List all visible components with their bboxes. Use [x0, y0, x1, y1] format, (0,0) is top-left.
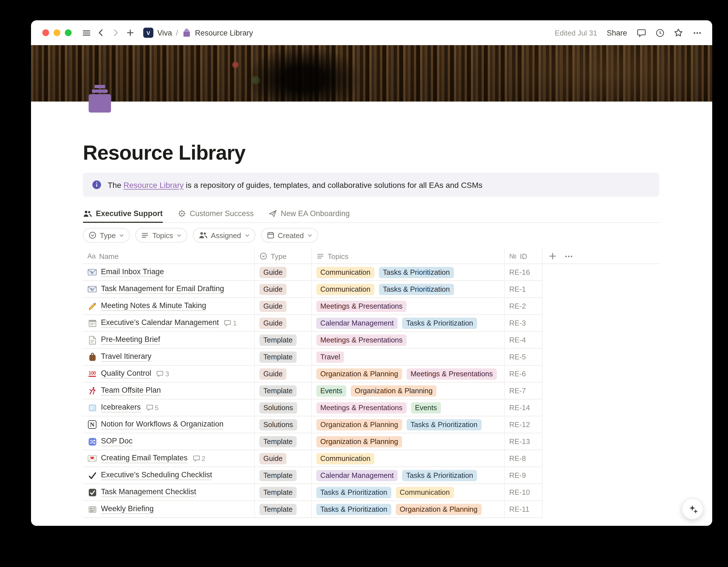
tag-tasks-prioritization[interactable]: Tasks & Prioritization [407, 419, 482, 430]
tag-template[interactable]: Template [259, 487, 297, 498]
tag-guide[interactable]: Guide [259, 317, 286, 329]
tag-tasks-prioritization[interactable]: Tasks & Prioritization [316, 487, 391, 498]
page-link[interactable]: Creating Email Templates [101, 454, 187, 463]
tag-template[interactable]: Template [259, 334, 297, 346]
page-link[interactable]: Email Inbox Triage [101, 267, 164, 277]
page-link[interactable]: Quality Control [101, 369, 151, 379]
tag-events[interactable]: Events [316, 385, 346, 396]
cell-type[interactable]: Guide [255, 315, 312, 331]
tag-organization-planning[interactable]: Organization & Planning [396, 504, 482, 515]
comment-badge[interactable]: 2 [193, 455, 205, 462]
cell-name[interactable]: 100 Quality Control 3 [83, 366, 255, 382]
cell-topics[interactable]: Organization & PlanningTasks & Prioritiz… [312, 416, 505, 433]
cell-name[interactable]: Email Inbox Triage [83, 264, 255, 280]
cell-name[interactable]: Team Offsite Plan [83, 383, 255, 399]
cell-id[interactable]: RE-6 [505, 366, 542, 382]
page-title[interactable]: Resource Library [83, 141, 659, 165]
breadcrumb-workspace[interactable]: Viva [157, 28, 172, 37]
cell-id[interactable]: RE-12 [505, 416, 542, 433]
cell-topics[interactable]: Tasks & PrioritizationCommunication [312, 484, 505, 500]
tag-events[interactable]: Events [411, 402, 441, 413]
cell-name[interactable]: N Notion for Workflows & Organization [83, 416, 255, 433]
cell-id[interactable]: RE-14 [505, 400, 542, 416]
cell-type[interactable]: Solutions [255, 416, 312, 433]
tag-communication[interactable]: Communication [316, 284, 374, 295]
comment-badge[interactable]: 1 [224, 319, 237, 327]
tag-tasks-prioritization[interactable]: Tasks & Prioritization [402, 317, 477, 329]
cell-id[interactable]: RE-10 [505, 484, 542, 500]
filter-assigned[interactable]: Assigned [193, 228, 255, 242]
tag-tasks-prioritization[interactable]: Tasks & Prioritization [402, 470, 477, 481]
tag-organization-planning[interactable]: Organization & Planning [351, 385, 436, 396]
cell-topics[interactable]: Meetings & Presentations [312, 298, 505, 314]
tag-organization-planning[interactable]: Organization & Planning [316, 419, 402, 430]
cell-name[interactable]: Pre-Meeting Brief [83, 332, 255, 348]
tag-solutions[interactable]: Solutions [259, 402, 297, 413]
history-icon[interactable] [652, 26, 667, 39]
cell-type[interactable]: Guide [255, 298, 312, 314]
filter-created[interactable]: Created [261, 228, 318, 242]
column-header-name[interactable]: AaName [83, 249, 255, 263]
cell-type[interactable]: Guide [255, 366, 312, 382]
cell-topics[interactable]: Calendar ManagementTasks & Prioritizatio… [312, 315, 505, 331]
minimize-window-button[interactable] [54, 29, 60, 36]
tag-calendar-management[interactable]: Calendar Management [316, 470, 398, 481]
cell-id[interactable]: RE-9 [505, 467, 542, 484]
favorite-icon[interactable] [671, 26, 686, 39]
more-options-icon[interactable] [690, 26, 704, 39]
comment-badge[interactable]: 5 [146, 404, 158, 412]
tag-tasks-prioritization[interactable]: Tasks & Prioritization [379, 284, 454, 295]
view-tab-new-ea-onboarding[interactable]: New EA Onboarding [268, 205, 350, 222]
cell-id[interactable]: RE-2 [505, 298, 542, 314]
view-tab-customer-success[interactable]: Customer Success [177, 205, 254, 222]
page-icon[interactable] [84, 83, 116, 114]
cell-topics[interactable]: Tasks & PrioritizationOrganization & Pla… [312, 501, 505, 517]
zoom-window-button[interactable] [65, 29, 72, 36]
tag-guide[interactable]: Guide [259, 453, 286, 464]
cell-id[interactable]: RE-7 [505, 383, 542, 399]
cell-topics[interactable]: CommunicationTasks & Prioritization [312, 264, 505, 280]
workspace-icon[interactable]: V [143, 28, 153, 38]
cell-id[interactable]: RE-1 [505, 281, 542, 297]
cell-id[interactable]: RE-5 [505, 349, 542, 365]
cell-name[interactable]: Meeting Notes & Minute Taking [83, 298, 255, 314]
tag-guide[interactable]: Guide [259, 368, 286, 380]
cell-topics[interactable]: Travel [312, 349, 505, 365]
cell-name[interactable]: SOP Doc [83, 433, 255, 450]
cell-type[interactable]: Template [255, 484, 312, 500]
page-link[interactable]: Travel Itinerary [101, 352, 151, 362]
cell-topics[interactable]: Meetings & Presentations [312, 332, 505, 348]
tag-template[interactable]: Template [259, 504, 297, 515]
cell-topics[interactable]: EventsOrganization & Planning [312, 383, 505, 399]
tag-communication[interactable]: Communication [396, 487, 454, 498]
view-tab-executive-support[interactable]: Executive Support [83, 205, 163, 222]
new-tab-icon[interactable] [123, 26, 138, 39]
cell-type[interactable]: Solutions [255, 400, 312, 416]
page-link[interactable]: Icebreakers [101, 403, 141, 413]
filter-topics[interactable]: Topics [135, 228, 187, 242]
cell-topics[interactable]: Organization & PlanningMeetings & Presen… [312, 366, 505, 382]
page-link[interactable]: Task Management Checklist [101, 487, 196, 497]
add-property-icon[interactable] [548, 251, 557, 260]
column-header-id[interactable]: №ID [505, 249, 542, 263]
tag-tasks-prioritization[interactable]: Tasks & Prioritization [316, 504, 391, 515]
filter-type[interactable]: Type [83, 228, 130, 242]
tag-organization-planning[interactable]: Organization & Planning [316, 368, 402, 380]
page-link[interactable]: Meeting Notes & Minute Taking [101, 301, 206, 311]
cell-type[interactable]: Template [255, 332, 312, 348]
cell-topics[interactable]: Organization & Planning [312, 433, 505, 450]
cell-name[interactable]: Executive’s Scheduling Checklist [83, 467, 255, 484]
tag-calendar-management[interactable]: Calendar Management [316, 317, 398, 329]
cell-type[interactable]: Template [255, 349, 312, 365]
tag-meetings-presentations[interactable]: Meetings & Presentations [316, 334, 407, 346]
ai-button[interactable] [682, 498, 703, 520]
breadcrumb-page[interactable]: Resource Library [195, 28, 253, 37]
cell-id[interactable]: RE-3 [505, 315, 542, 331]
cell-type[interactable]: Template [255, 467, 312, 484]
comments-icon[interactable] [634, 26, 648, 39]
table-options-icon[interactable] [564, 251, 573, 261]
tag-guide[interactable]: Guide [259, 284, 286, 295]
page-link[interactable]: SOP Doc [101, 437, 133, 446]
page-link[interactable]: Team Offsite Plan [101, 386, 161, 396]
tag-tasks-prioritization[interactable]: Tasks & Prioritization [379, 266, 454, 278]
